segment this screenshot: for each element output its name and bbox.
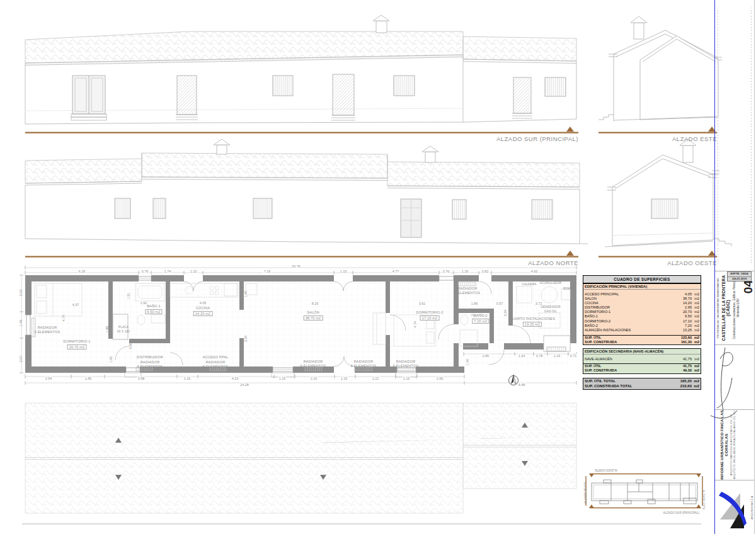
dimension-label: 0.76 xyxy=(141,270,149,273)
keyplan-drawing xyxy=(592,480,697,504)
dimension-label: 1.15 xyxy=(340,377,348,380)
dimension-label: 1.15 xyxy=(340,270,348,273)
dimension-label: 1.15 xyxy=(190,270,198,273)
room-cuarto-instalaciones: CUARTO INSTALACIONES13.25 m2 xyxy=(510,317,555,327)
dimension-label: 2.07 xyxy=(19,355,23,363)
radiador-label: RADIADOR6 ELEMENTOS xyxy=(203,360,229,368)
label-alzado-oeste: ALZADO OESTE xyxy=(667,259,717,266)
room-dormitorio-2: DORMITORIO-217.10 m2 xyxy=(416,310,444,321)
areas-table: CUADRO DE SUPERFICIES EDIFICACIÓN PRINCI… xyxy=(583,275,701,390)
dimension-label: 1.15 xyxy=(183,377,192,380)
table-row: ACCESO PRINCIPAL4,05m2 xyxy=(583,292,701,297)
dimension-label: 30.76 xyxy=(291,264,301,268)
label-alzado-sur: ALZADO SUR (PRINCIPAL) xyxy=(496,135,578,142)
radiador-label: RADIADOR6 ELEMENTOS xyxy=(393,360,419,368)
dimension-label: 0.78 xyxy=(536,354,544,358)
keyplan-label-west: ALZADO OESTE xyxy=(584,482,587,504)
label-alzado-este: ALZADO ESTE xyxy=(672,135,717,142)
sheet-drawing xyxy=(0,0,756,534)
dimension-label: 4.77 xyxy=(392,270,400,273)
label-bomba: BOMBA xyxy=(563,287,575,292)
dimension-label: 1.26 xyxy=(461,270,469,273)
firm-logo-icon xyxy=(716,482,748,532)
dimension-label: 3.34 xyxy=(471,309,474,317)
dimension-label: 6.26 xyxy=(78,270,86,273)
expte-box: EXPTE: 19034 JULIO-2019 xyxy=(727,271,752,281)
table-row-total-construida: SUP. CONSTRUIDA TOTAL210,60m2 xyxy=(583,383,701,389)
signature-area xyxy=(715,344,754,409)
room-placa: PLACA60 X 180 xyxy=(117,326,130,334)
dimension-label: 24.28 xyxy=(239,383,249,387)
dimension-label: 0.76 xyxy=(442,270,450,273)
dimension-label: 4.93 xyxy=(530,270,539,273)
table-row-sup-construida: SUP. CONSTRUIDA161,30m2 xyxy=(583,340,701,344)
keyplan-label-north: ALZADO NORTE xyxy=(595,469,617,472)
dimension-label: 1.74 xyxy=(164,270,172,273)
dimension-label: 1.51 xyxy=(127,292,130,300)
label-alzado-norte: ALZADO NORTE xyxy=(528,259,578,266)
dimension-label: 4.37 xyxy=(72,303,80,307)
dimension-label: 0.57 xyxy=(496,302,504,305)
label-generador: GENERADORGAS-OIL xyxy=(541,305,560,314)
dimension-label: 1.45 xyxy=(19,319,23,327)
table-section-secondary: EDIFICACIÓN SECUNDARIA (NAVE-ALMACÉN) NA… xyxy=(583,348,701,374)
expte-number: EXPTE: 19034 xyxy=(728,272,751,277)
table-row: DORMITORIO-120,70m2 xyxy=(583,310,701,314)
table-row-sup-util: SUP. ÚTIL41,75m2 xyxy=(583,363,701,368)
radiador-label: RADIADOR6 ELEMENTOS xyxy=(137,360,163,368)
table-row: SALON38,70m2 xyxy=(583,297,701,301)
radiador-label: RADIADOR6 ELEMENTOS xyxy=(351,360,377,368)
titleblock: ARQUINDESA S.C.A. INFORME URBANÍSTICO FI… xyxy=(715,0,754,534)
table-row: BAÑO-19,50m2 xyxy=(583,314,701,319)
dimension-label: 1.85 xyxy=(84,377,93,380)
dimension-label: 0.82 xyxy=(481,270,490,273)
project-location: CASTELLAR DE LA FRONTERA (CÁDIZ) xyxy=(721,271,730,344)
table-title: CUADRO DE SUPERFICIES xyxy=(583,275,701,283)
dimension-label: 4.05 xyxy=(199,301,207,305)
titleblock-project: INFORME URBANÍSTICO FINCA LAS CORRALAS A… xyxy=(715,409,754,480)
project-title: INFORME URBANÍSTICO FINCA LAS CORRALAS xyxy=(719,410,728,480)
dimension-label: 4.74 xyxy=(62,314,66,322)
dimension-label: 1.15 xyxy=(278,377,287,380)
dimension-label: 2.92 xyxy=(140,301,148,305)
dimension-label: 2.54 xyxy=(45,377,53,380)
table-row: COCINA14,20m2 xyxy=(583,301,701,305)
dimension-label: 3.61 xyxy=(418,302,427,305)
titleblock-margin-text xyxy=(715,0,754,271)
room-bano-2: BAÑO-27.20 m2 xyxy=(472,314,489,324)
table-row-sup-util: SUP. ÚTIL123,60m2 xyxy=(583,335,701,340)
radiador-label: RADIADOR6 ELEMENTOS xyxy=(455,287,481,295)
table-row: ALMACÉN-INSTALACIONES13,25m2 xyxy=(583,328,701,332)
table-section-header: EDIFICACIÓN PRINCIPAL (VIVIENDA) xyxy=(583,284,701,290)
dimension-label: 3.34 xyxy=(503,309,507,317)
keyplan-label-south: ALZADO SUR (PRINCIPAL) xyxy=(663,511,699,514)
room-cocina: COCINA14.20 m2 xyxy=(193,306,213,316)
dimension-label: 3.34 xyxy=(244,335,248,343)
dimension-label: 7.16 xyxy=(263,270,272,273)
label-acumulador: ACUMULADOR xyxy=(540,281,562,286)
property-owner: PROPIEDAD DE: SALMAN RAFFAEL ADNAN NAEMA… xyxy=(717,271,719,344)
dimension-label: 2.22 xyxy=(372,377,380,380)
dimension-label: 2.20 xyxy=(310,377,318,380)
firm-logo: ARQUINDESA S.C.A. xyxy=(715,480,754,534)
dimension-label: 1.99 xyxy=(105,326,109,334)
room-distribuidor: DISTRIBUIDOR xyxy=(137,355,163,360)
dimension-label: 4.74 xyxy=(413,321,417,329)
expte-date: JULIO-2019 xyxy=(728,277,751,281)
dimension-label: 1.15 xyxy=(553,354,561,358)
dimension-label: 6.48 xyxy=(518,383,526,387)
label-caldera: CALDERA xyxy=(522,283,536,287)
radiador-label: RADIADOR6 ELEMENTOS xyxy=(301,360,326,368)
architect-1: ARQUITECTO: MARCELINO BLANCO HIDALGO. CO… xyxy=(730,410,733,480)
dimension-label: 3.72 xyxy=(535,302,543,305)
room-salon: SALÓN38.70 m2 xyxy=(304,310,323,321)
north-arrow-icon xyxy=(509,375,518,385)
dimension-label: 1.86 xyxy=(471,302,479,305)
dimension-label: 4.14 xyxy=(571,309,575,317)
sheet-number: 04 xyxy=(742,280,755,293)
radiador-label: RADIADOR6 ELEMENTOS xyxy=(35,326,60,334)
dimension-label: 2.66 xyxy=(436,377,444,380)
room-bano-1: BAÑO-19.50 m2 xyxy=(145,304,162,314)
table-row: NAVE-ALMACÉN41,75m2 xyxy=(583,357,701,361)
room-acceso-ppal: ACCESO PPAL xyxy=(203,355,229,360)
